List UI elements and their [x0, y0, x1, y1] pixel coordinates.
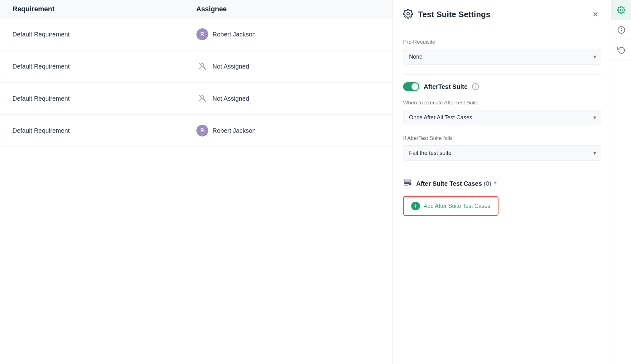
- row-assignee: R Robert Jackson: [196, 125, 380, 136]
- when-execute-select[interactable]: Once After All Test Cases After Each Tes…: [403, 110, 601, 125]
- if-fails-select[interactable]: Fail the test suite Continue: [403, 145, 601, 161]
- table-row: Default Requirement Not Assigned: [0, 83, 393, 115]
- table-row: Default Requirement R Robert Jackson: [0, 18, 393, 50]
- divider: [403, 74, 601, 75]
- add-after-suite-button-wrapper: + Add After Suite Test Cases: [403, 196, 499, 216]
- table-row: Default Requirement Not Assigned: [0, 50, 393, 83]
- assignee-name: Not Assigned: [213, 63, 249, 70]
- required-star: *: [494, 181, 496, 187]
- column-assignee: Assignee: [196, 5, 380, 13]
- after-suite-title: After Suite Test Cases (0) *: [416, 180, 496, 187]
- plus-icon: +: [411, 202, 420, 210]
- table-row: Default Requirement R Robert Jackson: [0, 115, 393, 147]
- panel-header: Test Suite Settings: [393, 0, 611, 29]
- panel-content: Pre-Requisite None ▾ AfterTest Suite i W…: [393, 29, 611, 364]
- row-requirement: Default Requirement: [12, 127, 196, 134]
- left-panel: Requirement Assignee Default Requirement…: [0, 0, 393, 364]
- assignee-name: Robert Jackson: [213, 31, 256, 38]
- column-requirement: Requirement: [12, 5, 196, 13]
- svg-line-1: [199, 63, 205, 70]
- info-icon[interactable]: i: [472, 83, 479, 90]
- add-button-label: Add After Suite Test Cases: [424, 203, 490, 209]
- row-assignee: R Robert Jackson: [196, 28, 380, 40]
- row-requirement: Default Requirement: [12, 95, 196, 102]
- right-panel: Test Suite Settings Pre-Requisite None ▾…: [393, 0, 611, 364]
- not-assigned-icon: [196, 93, 208, 104]
- after-suite-test-cases-header: After Suite Test Cases (0) *: [403, 179, 601, 189]
- add-after-suite-button[interactable]: + Add After Suite Test Cases: [405, 198, 497, 214]
- prerequisite-section: Pre-Requisite None ▾: [403, 39, 601, 65]
- table-header: Requirement Assignee: [0, 0, 393, 18]
- info-side-icon[interactable]: [611, 20, 631, 40]
- assignee-name: Not Assigned: [213, 95, 249, 102]
- panel-title: Test Suite Settings: [418, 10, 585, 19]
- if-fails-select-wrapper: Fail the test suite Continue ▾: [403, 145, 601, 161]
- when-execute-section: When to execute AfterTest Suite Once Aft…: [403, 100, 601, 125]
- settings-gear-icon: [403, 9, 413, 20]
- assignee-name: Robert Jackson: [213, 127, 256, 134]
- prerequisite-select[interactable]: None: [403, 49, 601, 65]
- svg-point-11: [620, 9, 622, 11]
- after-suite-icon: [403, 179, 412, 189]
- after-test-suite-toggle-row: AfterTest Suite i: [403, 82, 601, 91]
- after-suite-count: (0): [484, 180, 491, 187]
- row-requirement: Default Requirement: [12, 31, 196, 38]
- history-side-icon[interactable]: [611, 40, 631, 60]
- if-fails-label: If AfterTest Suite fails: [403, 135, 601, 141]
- after-test-suite-toggle[interactable]: [403, 82, 419, 91]
- close-button[interactable]: [590, 9, 601, 20]
- after-test-suite-label: AfterTest Suite: [424, 83, 468, 90]
- row-assignee: Not Assigned: [196, 60, 380, 72]
- row-assignee: Not Assigned: [196, 93, 380, 104]
- if-fails-section: If AfterTest Suite fails Fail the test s…: [403, 135, 601, 161]
- avatar: R: [196, 28, 208, 40]
- svg-line-3: [199, 95, 205, 102]
- svg-rect-7: [404, 180, 411, 181]
- divider: [403, 171, 601, 171]
- when-execute-select-wrapper: Once After All Test Cases After Each Tes…: [403, 110, 601, 125]
- row-requirement: Default Requirement: [12, 63, 196, 70]
- avatar: R: [196, 125, 208, 136]
- settings-side-icon[interactable]: [611, 0, 631, 20]
- not-assigned-icon: [196, 60, 208, 72]
- svg-point-4: [407, 12, 409, 15]
- side-icons-panel: [611, 0, 631, 364]
- prerequisite-label: Pre-Requisite: [403, 39, 601, 45]
- when-execute-label: When to execute AfterTest Suite: [403, 100, 601, 106]
- prerequisite-select-wrapper: None ▾: [403, 49, 601, 65]
